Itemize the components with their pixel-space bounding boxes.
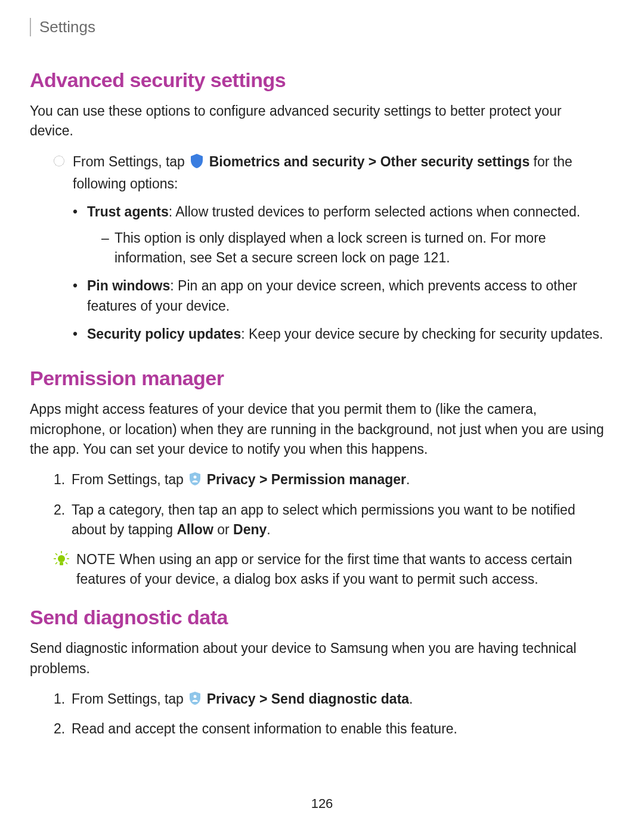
note-label: NOTE xyxy=(76,552,116,567)
step-text-post: . xyxy=(409,691,413,707)
svg-rect-9 xyxy=(60,562,63,565)
numbered-list-permission: 1. From Settings, tap Privacy > Permissi… xyxy=(30,470,608,540)
step-1-diagnostic: 1. From Settings, tap Privacy > Send dia… xyxy=(54,689,608,711)
svg-point-8 xyxy=(58,555,65,562)
cross-ref-link[interactable]: Set a secure screen lock xyxy=(216,250,366,265)
dash-list: This option is only displayed when a loc… xyxy=(87,228,608,268)
step-2-diagnostic: 2. Read and accept the consent informati… xyxy=(54,719,608,739)
numbered-list-diagnostic: 1. From Settings, tap Privacy > Send dia… xyxy=(30,689,608,739)
svg-line-7 xyxy=(66,562,67,564)
number-marker: 1. xyxy=(54,689,65,709)
bullet-security-policy: Security policy updates: Keep your devic… xyxy=(73,324,608,344)
step-text-post: . xyxy=(267,522,270,537)
step-from-settings-security: From Settings, tap Biometrics and securi… xyxy=(30,152,608,353)
bullet-label: Pin windows xyxy=(87,278,170,293)
svg-line-2 xyxy=(55,553,57,555)
allow-label: Allow xyxy=(177,522,213,537)
heading-advanced-security: Advanced security settings xyxy=(30,69,608,92)
shield-icon xyxy=(190,153,204,174)
bullet-text: : Allow trusted devices to perform selec… xyxy=(169,204,580,219)
svg-point-0 xyxy=(194,476,197,479)
heading-permission-manager: Permission manager xyxy=(30,367,608,390)
step-text: Tap a category, then tap an app to selec… xyxy=(72,502,575,537)
step-bold-path: Biometrics and security > Other security… xyxy=(209,154,530,169)
svg-point-10 xyxy=(194,695,197,698)
privacy-icon xyxy=(188,472,202,491)
step-bold-path: Privacy > Send diagnostic data xyxy=(207,691,409,707)
page-header: Settings xyxy=(30,18,608,36)
step-text: From Settings, tap xyxy=(72,472,187,487)
dash-lock-screen-note: This option is only displayed when a loc… xyxy=(101,228,608,268)
intro-permission-manager: Apps might access features of your devic… xyxy=(30,400,608,459)
bullet-trust-agents: Trust agents: Allow trusted devices to p… xyxy=(73,202,608,268)
step-bold-path: Privacy > Permission manager xyxy=(207,472,406,487)
bullet-pin-windows: Pin windows: Pin an app on your device s… xyxy=(73,276,608,316)
step-text: From Settings, tap xyxy=(72,691,187,707)
svg-line-3 xyxy=(66,553,67,555)
header-title: Settings xyxy=(39,18,608,36)
heading-send-diagnostic: Send diagnostic data xyxy=(30,606,608,629)
bullet-text: : Keep your device secure by checking fo… xyxy=(241,326,603,342)
intro-send-diagnostic: Send diagnostic information about your d… xyxy=(30,639,608,679)
bullet-list-security: Trust agents: Allow trusted devices to p… xyxy=(73,202,608,344)
step-2-permission: 2. Tap a category, then tap an app to se… xyxy=(54,500,608,540)
number-marker: 1. xyxy=(54,470,65,490)
privacy-icon xyxy=(188,691,202,711)
bullet-label: Trust agents xyxy=(87,204,169,219)
page-number: 126 xyxy=(0,796,644,812)
bullet-label: Security policy updates xyxy=(87,326,241,342)
intro-advanced-security: You can use these options to configure a… xyxy=(30,101,608,141)
step-1-permission: 1. From Settings, tap Privacy > Permissi… xyxy=(54,470,608,491)
step-text: From Settings, tap xyxy=(73,154,188,169)
or-text: or xyxy=(213,522,233,537)
deny-label: Deny xyxy=(233,522,267,537)
step-list-security: From Settings, tap Biometrics and securi… xyxy=(30,152,608,353)
step-text-post: . xyxy=(406,472,410,487)
number-marker: 2. xyxy=(54,719,65,739)
step-text: Read and accept the consent information … xyxy=(72,721,457,736)
note-block: NOTE When using an app or service for th… xyxy=(30,550,608,590)
svg-line-6 xyxy=(55,562,57,564)
number-marker: 2. xyxy=(54,500,65,520)
lightbulb-icon xyxy=(54,550,76,590)
dash-text-post: on page 121. xyxy=(366,250,450,265)
circle-bullet-icon xyxy=(54,156,64,166)
note-text: When using an app or service for the fir… xyxy=(76,552,572,587)
